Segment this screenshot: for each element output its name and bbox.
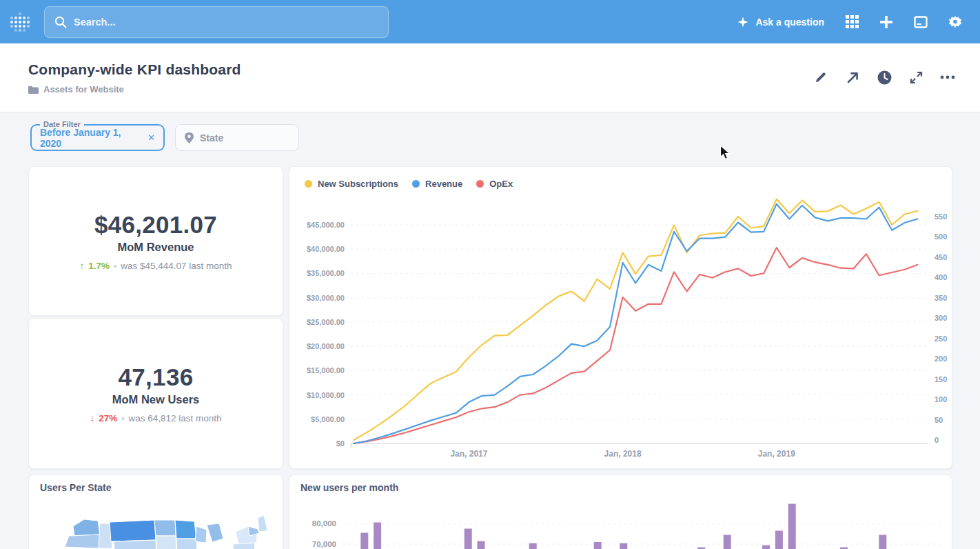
metabase-logo-icon — [10, 11, 30, 33]
bar[interactable] — [478, 541, 485, 549]
chart-legend: New SubscriptionsRevenueOpEx — [305, 179, 513, 189]
legend-item[interactable]: New Subscriptions — [305, 179, 398, 189]
gear-icon[interactable] — [948, 15, 962, 29]
date-filter-label: Date Filter — [40, 120, 84, 128]
bar[interactable] — [775, 531, 783, 549]
legend-dot-icon — [305, 180, 312, 188]
new-users-per-month-card[interactable]: New users per month 70,00080,000 — [289, 475, 952, 549]
delta-value: 1.7% — [88, 261, 110, 271]
bar[interactable] — [374, 523, 381, 549]
ellipsis-icon[interactable] — [940, 70, 955, 85]
share-icon[interactable] — [845, 70, 860, 85]
bar[interactable] — [620, 543, 627, 549]
bar[interactable] — [594, 542, 602, 549]
sql-editor-icon[interactable] — [914, 15, 928, 29]
svg-text:$35,000.00: $35,000.00 — [307, 269, 345, 277]
line-chart[interactable]: $0$5,000.00$10,000.00$15,000.00$20,000.0… — [289, 167, 952, 469]
svg-text:$25,000.00: $25,000.00 — [307, 318, 345, 326]
svg-text:80,000: 80,000 — [312, 519, 336, 528]
fullscreen-icon[interactable] — [908, 70, 923, 85]
kpi-value: 47,136 — [119, 363, 194, 391]
page-title: Company-wide KPI dashboard — [28, 61, 241, 78]
svg-text:$10,000.00: $10,000.00 — [307, 391, 345, 399]
bar[interactable] — [360, 533, 368, 549]
svg-text:$5,000.00: $5,000.00 — [311, 415, 345, 423]
search-icon — [54, 16, 67, 28]
series-new-subscriptions — [354, 199, 917, 440]
bar[interactable] — [762, 546, 770, 549]
bar[interactable] — [465, 529, 472, 549]
delta-context: was 64,812 last month — [128, 413, 221, 423]
series-opex — [354, 248, 917, 443]
delta-separator: • — [121, 414, 124, 423]
svg-text:300: 300 — [935, 314, 947, 322]
svg-text:550: 550 — [935, 212, 947, 221]
svg-text:0: 0 — [935, 436, 939, 444]
state-filter-placeholder: State — [200, 132, 223, 143]
legend-dot-icon — [476, 180, 484, 188]
legend-item[interactable]: Revenue — [412, 179, 462, 189]
svg-text:Jan, 2019: Jan, 2019 — [758, 449, 795, 459]
kpi-value: $46,201.07 — [94, 211, 217, 239]
search-input[interactable] — [74, 17, 378, 28]
delta-down-arrow-icon: ↓ — [90, 413, 94, 423]
svg-text:Jan, 2018: Jan, 2018 — [604, 449, 642, 459]
apps-grid-icon[interactable] — [845, 15, 859, 29]
kpi-label: MoM Revenue — [118, 241, 194, 254]
ask-question-button[interactable]: Ask a question — [737, 16, 824, 28]
card-title: New users per month — [300, 482, 398, 493]
series-revenue — [354, 204, 917, 443]
delta-up-arrow-icon: ↑ — [79, 261, 84, 271]
date-filter-value[interactable]: Before January 1, 2020 — [40, 127, 141, 149]
trend-chart-card[interactable]: New SubscriptionsRevenueOpEx $0$5,000.00… — [289, 166, 952, 469]
legend-label: New Subscriptions — [318, 179, 398, 189]
kpi-card-mom-new-users[interactable]: 47,136 MoM New Users ↓ 27% • was 64,812 … — [28, 318, 283, 469]
edit-pencil-icon[interactable] — [813, 70, 828, 85]
dashboard-header: Company-wide KPI dashboard Assets for We… — [0, 43, 980, 112]
bar[interactable] — [788, 504, 796, 549]
svg-text:$0: $0 — [336, 439, 345, 448]
nav-actions: Ask a question — [737, 15, 980, 29]
mouse-cursor — [719, 145, 731, 163]
svg-text:500: 500 — [935, 232, 947, 241]
svg-text:400: 400 — [935, 273, 947, 281]
svg-text:250: 250 — [935, 335, 947, 343]
svg-text:$40,000.00: $40,000.00 — [307, 245, 345, 253]
delta-separator: • — [114, 261, 116, 271]
bar[interactable] — [879, 535, 886, 549]
svg-text:$45,000.00: $45,000.00 — [307, 221, 345, 229]
svg-text:450: 450 — [935, 253, 947, 261]
kpi-label: MoM New Users — [112, 393, 200, 406]
collection-name: Assets for Website — [43, 84, 124, 94]
ask-question-label: Ask a question — [755, 17, 824, 28]
svg-text:200: 200 — [935, 355, 947, 363]
state-filter[interactable]: State — [175, 124, 299, 151]
date-filter[interactable]: Date Filter Before January 1, 2020 ✕ — [30, 124, 165, 151]
folder-icon — [28, 86, 39, 94]
bar[interactable] — [724, 535, 731, 549]
bar[interactable] — [529, 543, 537, 549]
kpi-card-mom-revenue[interactable]: $46,201.07 MoM Revenue ↑ 1.7% • was $45,… — [28, 166, 283, 316]
legend-dot-icon — [412, 180, 420, 188]
delta-context: was $45,444.07 last month — [121, 261, 232, 271]
legend-item[interactable]: OpEx — [476, 179, 513, 189]
location-pin-icon — [185, 132, 194, 143]
card-title: Users Per State — [40, 482, 112, 493]
plus-icon[interactable] — [879, 15, 893, 29]
legend-label: OpEx — [489, 179, 513, 189]
breadcrumb[interactable]: Assets for Website — [28, 84, 124, 94]
metabase-logo[interactable] — [0, 0, 40, 43]
svg-text:350: 350 — [935, 294, 947, 302]
svg-text:Jan, 2017: Jan, 2017 — [450, 449, 487, 459]
svg-text:150: 150 — [935, 375, 947, 383]
svg-text:$30,000.00: $30,000.00 — [307, 294, 345, 302]
delta-value: 27% — [99, 413, 117, 423]
users-per-state-card[interactable]: Users Per State — [28, 475, 283, 549]
close-icon[interactable]: ✕ — [147, 132, 155, 143]
svg-text:$20,000.00: $20,000.00 — [307, 342, 345, 350]
svg-text:70,000: 70,000 — [312, 540, 336, 548]
clock-icon[interactable] — [877, 70, 892, 85]
search-bar[interactable] — [44, 6, 389, 38]
sparkle-icon — [737, 16, 749, 28]
svg-text:$15,000.00: $15,000.00 — [307, 366, 345, 375]
